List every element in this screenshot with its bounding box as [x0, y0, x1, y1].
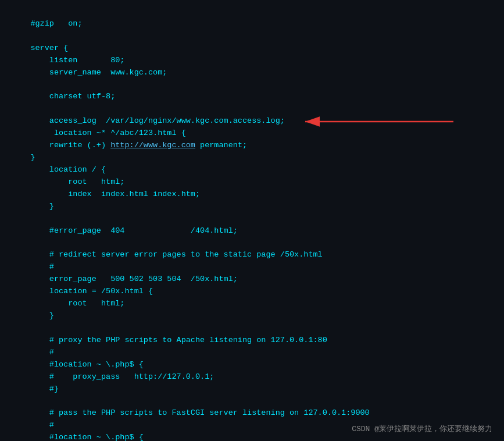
line-rewrite: rewrite (.+) http://www.kgc.com permanen… [12, 141, 247, 150]
line-index: index index.html index.htm; [12, 190, 200, 198]
line-close-brace-1: } [12, 153, 35, 162]
line-proxy-pass: # proxy_pass http://127.0.0.1; [12, 372, 214, 381]
line-close-brace-2: } [12, 202, 54, 211]
line-error-page-comment: #error_page 404 /404.html; [12, 226, 238, 235]
line-listen: listen 80; [12, 56, 124, 65]
kgc-link: http://www.kgc.com [110, 141, 195, 150]
line-hash-1: # [12, 262, 54, 271]
line-redirect-comment: # redirect server error pages to the sta… [12, 250, 323, 259]
line-error-page: error_page 500 502 503 504 /50x.html; [12, 275, 238, 283]
line-location-50x: location = /50x.html { [12, 287, 153, 296]
code-content: #gzip on; server { listen 80; server_nam… [0, 0, 504, 441]
line-hash-close-1: #} [12, 385, 59, 393]
line-charset: charset utf-8; [12, 92, 115, 101]
line-close-brace-3: } [12, 311, 54, 320]
line-location-php-2: #location ~ \.php$ { [12, 433, 144, 441]
line-hash-2: # [12, 348, 54, 357]
line-proxy-comment: # proxy the PHP scripts to Apache listen… [12, 336, 327, 344]
watermark: CSDN @莱伊拉啊莱伊拉，你还要继续努力 [352, 424, 492, 434]
line-server-name: server_name www.kgc.com; [12, 68, 167, 77]
line-fastcgi-comment: # pass the PHP scripts to FastCGI server… [12, 408, 370, 417]
terminal-window: #gzip on; server { listen 80; server_nam… [0, 0, 504, 441]
line-root-50x: root html; [12, 299, 124, 308]
line-hash-3: # [12, 421, 54, 429]
line-access-log: access_log /var/log/nginx/www.kgc.com.ac… [12, 116, 285, 125]
line-location-php-1: #location ~ \.php$ { [12, 360, 144, 369]
line-server-open: server { [12, 44, 68, 52]
line-location-root: location / { [12, 165, 106, 174]
line-location-abc: location ~* ^/abc/123.html { [12, 129, 186, 137]
line-gzip: #gzip on; [12, 19, 83, 28]
line-root: root html; [12, 177, 124, 186]
